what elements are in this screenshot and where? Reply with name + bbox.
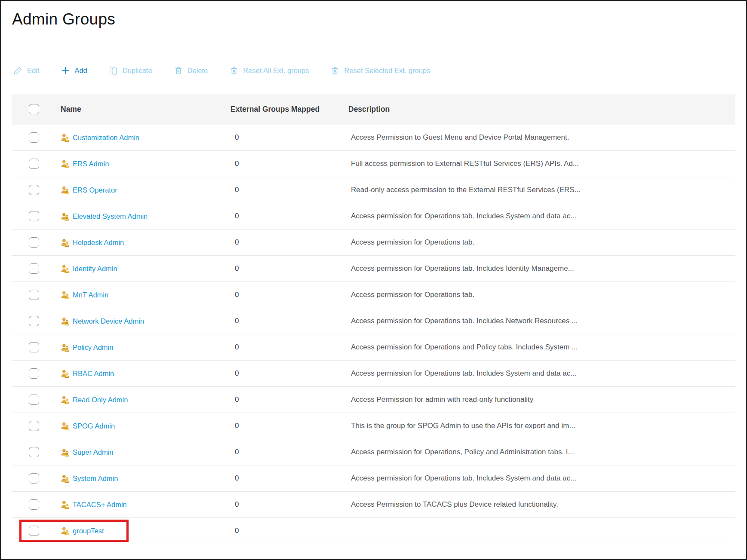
group-name-cell: TACACS+ Admin (61, 500, 231, 509)
group-name-link[interactable]: Elevated System Admin (73, 212, 148, 220)
table-row: Identity Admin 0 Access permission for O… (12, 256, 735, 282)
admin-groups-table: Name External Groups Mapped Description … (12, 94, 735, 544)
group-name-cell: MnT Admin (61, 291, 231, 300)
table-row: ERS Operator 0 Read-only access permissi… (12, 177, 735, 203)
group-name-cell: Network Device Admin (61, 317, 231, 326)
admin-group-icon (61, 369, 70, 378)
row-checkbox[interactable] (29, 211, 39, 221)
plus-icon (61, 66, 70, 75)
row-checkbox-cell (12, 185, 61, 195)
group-name-cell: ERS Operator (61, 186, 231, 195)
row-checkbox[interactable] (29, 421, 39, 431)
toolbar-button-label: Duplicate (123, 67, 152, 75)
row-checkbox[interactable] (29, 447, 39, 457)
group-name-link[interactable]: Identity Admin (73, 265, 117, 273)
external-groups-count: 0 (231, 291, 348, 299)
group-name-link[interactable]: Helpdesk Admin (73, 239, 124, 247)
trash-icon (229, 66, 239, 75)
external-groups-count: 0 (231, 317, 348, 325)
external-groups-count: 0 (231, 238, 348, 247)
group-name-cell: RBAC Admin (61, 369, 231, 378)
group-name-link[interactable]: TACACS+ Admin (73, 501, 127, 509)
table-row: groupTest 0 (12, 518, 735, 544)
table-row: System Admin 0 Access permission for Ope… (12, 465, 735, 492)
row-checkbox-cell (12, 473, 61, 483)
row-checkbox[interactable] (29, 395, 39, 405)
toolbar-button-reset-all-ext-groups[interactable]: Reset All Ext. groups (229, 66, 309, 75)
group-description: Access Permission to TACACS plus Device … (348, 500, 735, 509)
group-description: Access permission for Operations tab. (348, 238, 735, 247)
row-checkbox[interactable] (29, 237, 39, 248)
table-row: MnT Admin 0 Access permission for Operat… (12, 282, 735, 308)
row-checkbox[interactable] (29, 499, 39, 510)
group-name-link[interactable]: SPOG Admin (73, 422, 115, 430)
group-name-link[interactable]: RBAC Admin (73, 370, 114, 378)
group-name-link[interactable]: System Admin (73, 474, 118, 483)
row-checkbox[interactable] (29, 316, 39, 326)
group-description: Access permission for Operations tab. In… (348, 212, 735, 220)
row-checkbox[interactable] (29, 342, 39, 352)
row-checkbox-cell (12, 316, 61, 326)
group-name-cell: SPOG Admin (61, 422, 231, 431)
admin-group-icon (61, 238, 70, 247)
row-checkbox-cell (12, 447, 61, 457)
row-checkbox[interactable] (29, 159, 39, 169)
toolbar-button-label: Reset Selected Ext. groups (344, 67, 430, 75)
row-checkbox-cell (12, 395, 61, 405)
table-row: SPOG Admin 0 This is the group for SPOG … (12, 413, 735, 439)
group-name-cell: ERS Admin (61, 159, 231, 168)
group-name-cell: groupTest (61, 526, 231, 536)
group-name-link[interactable]: MnT Admin (73, 291, 108, 299)
toolbar-button-reset-selected-ext-groups[interactable]: Reset Selected Ext. groups (330, 66, 430, 75)
external-groups-count: 0 (231, 422, 348, 430)
external-groups-count: 0 (231, 159, 348, 168)
table-row: ERS Admin 0 Full access permission to Ex… (12, 151, 735, 177)
external-groups-count: 0 (231, 448, 348, 456)
group-name-link[interactable]: Policy Admin (73, 343, 113, 352)
row-checkbox[interactable] (29, 526, 39, 536)
row-checkbox-cell (12, 211, 61, 221)
toolbar-button-delete[interactable]: Delete (174, 66, 208, 75)
row-checkbox[interactable] (29, 473, 39, 483)
group-name-cell: Customization Admin (61, 133, 231, 142)
trash-icon (174, 66, 183, 75)
column-header-external-groups[interactable]: External Groups Mapped (231, 105, 348, 114)
table-row: Elevated System Admin 0 Access permissio… (12, 203, 735, 230)
row-checkbox[interactable] (29, 290, 39, 300)
row-checkbox[interactable] (29, 185, 39, 195)
admin-group-icon (61, 212, 70, 221)
group-name-cell: Super Admin (61, 448, 231, 457)
column-header-description[interactable]: Description (348, 105, 735, 114)
table-row: TACACS+ Admin 0 Access Permission to TAC… (12, 492, 735, 518)
row-checkbox[interactable] (29, 263, 39, 274)
toolbar-button-add[interactable]: Add (61, 66, 87, 75)
select-all-checkbox[interactable] (29, 104, 39, 114)
group-description: Access Permission for admin with read-on… (348, 395, 735, 404)
table-row: Policy Admin 0 Access permission for Ope… (12, 334, 735, 361)
toolbar-button-duplicate[interactable]: Duplicate (109, 66, 152, 75)
group-name-link[interactable]: Super Admin (73, 448, 113, 456)
admin-group-icon (61, 395, 70, 404)
external-groups-count: 0 (231, 474, 348, 483)
group-name-link[interactable]: Network Device Admin (73, 317, 144, 325)
admin-group-icon (61, 474, 70, 483)
group-name-link[interactable]: groupTest (73, 527, 104, 535)
toolbar-button-label: Delete (188, 67, 208, 75)
group-name-link[interactable]: Customization Admin (73, 134, 139, 142)
column-header-name[interactable]: Name (61, 105, 231, 114)
toolbar-button-label: Edit (27, 67, 39, 75)
group-name-link[interactable]: ERS Operator (73, 186, 117, 194)
row-checkbox-cell (12, 263, 61, 274)
admin-group-icon (61, 159, 70, 168)
toolbar-button-edit[interactable]: Edit (13, 66, 39, 75)
group-name-cell: Read Only Admin (61, 395, 231, 404)
group-name-link[interactable]: ERS Admin (73, 160, 109, 168)
row-checkbox[interactable] (29, 132, 39, 143)
group-name-link[interactable]: Read Only Admin (73, 396, 128, 404)
toolbar-button-label: Reset All Ext. groups (243, 67, 309, 75)
admin-group-icon (61, 133, 70, 142)
admin-group-icon (61, 500, 70, 509)
admin-group-icon (61, 291, 70, 300)
row-checkbox[interactable] (29, 368, 39, 379)
external-groups-count: 0 (231, 212, 348, 220)
